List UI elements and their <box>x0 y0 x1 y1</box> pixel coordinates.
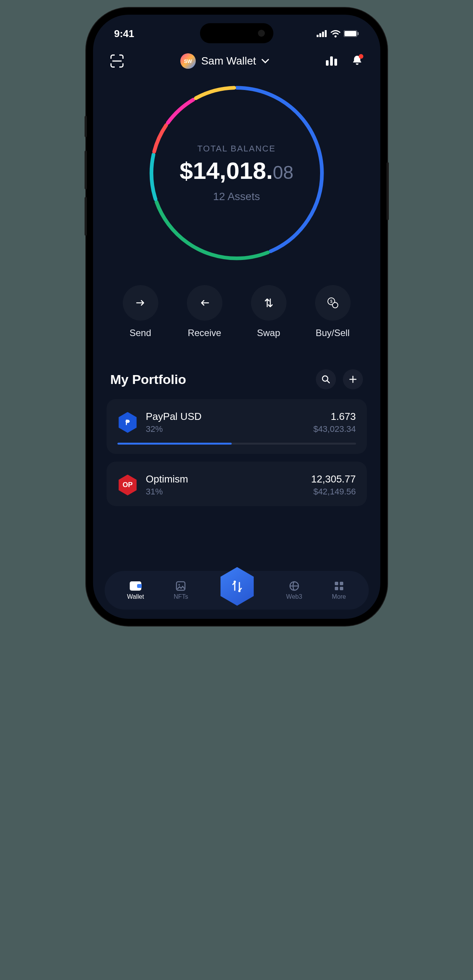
asset-icon: ₱ <box>117 412 138 433</box>
tab-center-swap[interactable] <box>218 567 256 606</box>
wallet-selector[interactable]: SW Sam Wallet <box>180 53 269 69</box>
asset-name: PayPal USD <box>146 411 306 423</box>
screen: 9:41 SW Sam Wallet <box>93 15 380 619</box>
battery-icon <box>344 30 359 37</box>
svg-rect-6 <box>358 32 359 35</box>
asset-progress <box>117 443 356 445</box>
status-time: 9:41 <box>114 28 134 40</box>
ring-chart <box>144 80 329 266</box>
asset-quantity: 1.673 <box>313 411 356 423</box>
scan-icon[interactable] <box>110 54 124 68</box>
asset-name: Optimism <box>146 473 303 485</box>
svg-rect-0 <box>317 35 319 37</box>
portfolio-actions <box>316 369 363 389</box>
swap-icon <box>229 579 245 594</box>
phone-frame: 9:41 SW Sam Wallet <box>86 8 387 626</box>
notification-dot <box>359 54 363 59</box>
header-actions <box>326 55 363 67</box>
cellular-icon <box>317 30 327 37</box>
asset-percentage: 31% <box>146 487 303 497</box>
search-icon <box>321 375 331 384</box>
buysell-icon: $ <box>315 285 351 321</box>
action-row: Send Receive Swap $ Buy/Sell <box>93 266 380 354</box>
svg-rect-1 <box>319 33 321 37</box>
svg-rect-3 <box>325 30 327 37</box>
status-icons <box>317 30 359 37</box>
add-button[interactable] <box>343 369 363 389</box>
swap-label: Swap <box>257 328 280 338</box>
stats-icon[interactable] <box>326 56 337 66</box>
tab-nfts[interactable]: NFTs <box>174 580 188 600</box>
wifi-icon <box>331 30 341 37</box>
send-action[interactable]: Send <box>123 285 158 338</box>
svg-rect-5 <box>344 31 356 36</box>
asset-quantity: 12,305.77 <box>311 473 356 485</box>
svg-point-18 <box>178 584 180 586</box>
header: SW Sam Wallet <box>93 42 380 73</box>
portfolio-title: My Portfolio <box>110 372 186 387</box>
side-button <box>387 162 389 220</box>
swap-icon <box>251 285 287 321</box>
svg-point-20 <box>238 590 241 592</box>
asset-usd-value: $42,149.56 <box>311 487 356 497</box>
search-button[interactable] <box>316 369 336 389</box>
grid-icon <box>333 580 345 592</box>
wallet-avatar: SW <box>180 53 196 69</box>
buysell-action[interactable]: $ Buy/Sell <box>315 285 351 338</box>
image-icon <box>175 580 186 592</box>
send-label: Send <box>129 328 151 338</box>
tab-bar: Wallet NFTs Web3 More <box>105 571 369 610</box>
receive-action[interactable]: Receive <box>187 285 222 338</box>
svg-rect-22 <box>335 582 338 585</box>
side-button <box>85 116 87 137</box>
swap-action[interactable]: Swap <box>251 285 287 338</box>
balance-ring: TOTAL BALANCE $14,018.08 12 Assets <box>144 80 329 266</box>
wallet-icon <box>130 580 141 592</box>
asset-row[interactable]: ₱ PayPal USD 32% 1.673 $43,023.34 <box>107 399 367 454</box>
tab-web3[interactable]: Web3 <box>286 580 302 600</box>
plus-icon <box>348 375 358 384</box>
svg-text:$: $ <box>330 299 332 304</box>
notifications-icon[interactable] <box>352 55 363 67</box>
notch <box>200 23 273 43</box>
svg-rect-25 <box>340 587 343 590</box>
buysell-label: Buy/Sell <box>315 328 349 338</box>
svg-rect-23 <box>340 582 343 585</box>
send-icon <box>123 285 158 321</box>
tab-label: More <box>332 593 346 600</box>
receive-icon <box>187 285 222 321</box>
asset-icon: OP <box>117 475 138 496</box>
asset-usd-value: $43,023.34 <box>313 424 356 434</box>
tab-label: NFTs <box>174 593 188 600</box>
asset-percentage: 32% <box>146 424 306 434</box>
svg-rect-24 <box>335 587 338 590</box>
receive-label: Receive <box>188 328 221 338</box>
svg-point-19 <box>234 581 236 583</box>
svg-point-15 <box>332 302 338 308</box>
side-button <box>85 197 87 236</box>
tab-label: Wallet <box>127 593 144 600</box>
tab-label: Web3 <box>286 593 302 600</box>
tab-more[interactable]: More <box>332 580 346 600</box>
tab-wallet[interactable]: Wallet <box>127 580 144 600</box>
svg-rect-2 <box>322 32 324 37</box>
wallet-name: Sam Wallet <box>201 55 256 67</box>
globe-icon <box>288 580 300 592</box>
side-button <box>85 151 87 189</box>
asset-row[interactable]: OP Optimism 31% 12,305.77 $42,149.56 <box>107 462 367 506</box>
portfolio-header: My Portfolio <box>93 354 380 399</box>
chevron-down-icon <box>261 59 269 63</box>
